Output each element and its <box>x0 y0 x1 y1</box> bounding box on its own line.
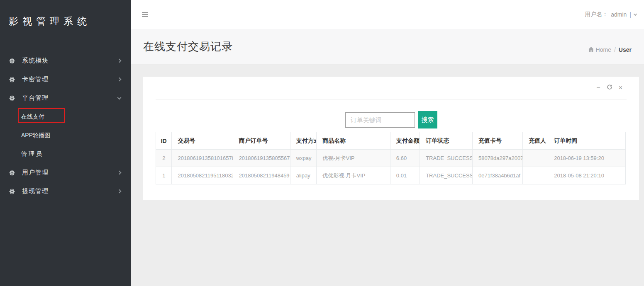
column-header-id: ID <box>156 132 172 150</box>
cell-order-time: 2018-06-19 13:59:20 <box>548 150 626 167</box>
user-divider: | <box>629 11 631 18</box>
column-header-pay-amount: 支付金额 <box>390 132 420 150</box>
cell-merchant-order-no: 20180619135805567 <box>233 150 290 167</box>
cell-transaction-no: 2018061913581016578 <box>172 150 233 167</box>
hamburger-menu-icon[interactable] <box>142 12 148 17</box>
sidebar-item-label: 卡密管理 <box>22 75 49 83</box>
sidebar-subitem-label: 管 理 员 <box>21 150 42 158</box>
cell-order-status: TRADE_SUCCESS <box>420 150 473 167</box>
content-area: − × 搜索 ID <box>131 65 644 286</box>
transactions-panel: − × 搜索 ID <box>143 77 639 200</box>
cell-id: 2 <box>156 150 172 167</box>
cell-pay-method: wxpay <box>290 150 316 167</box>
page-title: 在线支付交易记录 <box>143 39 233 54</box>
username-value: admin <box>611 11 627 18</box>
gear-icon <box>9 170 15 176</box>
cell-transaction-no: 2018050821195118032 <box>172 167 233 184</box>
table-header-row: ID 交易号 商户订单号 支付方式 商品名称 支付金额 订单状态 充值卡号 充值… <box>156 132 626 150</box>
refresh-icon[interactable] <box>607 84 612 91</box>
cell-recharge-card-no: 0e71f38a4b6d1af <box>472 167 522 184</box>
cell-order-time: 2018-05-08 21:20:10 <box>548 167 626 184</box>
sidebar: 影视管理系统 系统模块 卡密管理 平台管理 在线支付 <box>0 0 131 286</box>
chevron-right-icon <box>117 59 122 63</box>
column-header-order-time: 订单时间 <box>548 132 626 150</box>
cell-order-status: TRADE_SUCCESS <box>420 167 473 184</box>
transactions-table-wrap: ID 交易号 商户订单号 支付方式 商品名称 支付金额 订单状态 充值卡号 充值… <box>156 132 626 184</box>
cell-pay-method: alipay <box>290 167 316 184</box>
home-icon <box>588 46 594 53</box>
search-input[interactable] <box>345 112 415 128</box>
table-row[interactable]: 2 2018061913581016578 20180619135805567 … <box>156 150 626 167</box>
column-header-pay-method: 支付方式 <box>290 132 316 150</box>
chevron-down-icon <box>117 95 122 99</box>
sidebar-subitem-administrator[interactable]: 管 理 员 <box>0 145 131 163</box>
chevron-right-icon <box>117 189 122 194</box>
breadcrumb-home-link[interactable]: Home <box>588 46 611 53</box>
gear-icon <box>9 58 15 64</box>
sidebar-item-label: 提现管理 <box>22 187 49 195</box>
sidebar-item-user-management[interactable]: 用户管理 <box>0 163 131 182</box>
column-header-recharge-user: 充值人 <box>523 132 548 150</box>
chevron-right-icon <box>117 171 122 175</box>
sidebar-subitem-label: APP轮播图 <box>21 132 50 139</box>
search-button[interactable]: 搜索 <box>418 111 437 128</box>
breadcrumb-current: User <box>619 46 632 53</box>
sidebar-nav: 系统模块 卡密管理 平台管理 在线支付 APP轮播图 管 <box>0 51 131 201</box>
chevron-down-icon <box>634 12 637 15</box>
sidebar-item-platform[interactable]: 平台管理 <box>0 89 131 107</box>
breadcrumb-separator: / <box>614 46 616 53</box>
column-header-recharge-card-no: 充值卡号 <box>472 132 522 150</box>
topbar: 用户名： admin | <box>131 0 644 29</box>
cell-product-name: 优视-月卡VIP <box>317 150 390 167</box>
panel-tools: − × <box>596 84 622 91</box>
user-menu[interactable]: 用户名： admin | <box>585 11 637 18</box>
cell-recharge-card-no: 58078da297a2007 <box>472 150 522 167</box>
username-label: 用户名： <box>585 11 608 18</box>
search-bar: 搜索 <box>143 111 639 128</box>
cell-pay-amount: 0.01 <box>390 167 420 184</box>
breadcrumb: Home / User <box>588 46 632 53</box>
column-header-order-status: 订单状态 <box>420 132 473 150</box>
cell-product-name: 优优影视-月卡VIP <box>317 167 390 184</box>
column-header-merchant-order-no: 商户订单号 <box>233 132 290 150</box>
sidebar-item-label: 系统模块 <box>22 57 49 65</box>
chevron-right-icon <box>117 78 122 82</box>
sidebar-subitem-online-pay[interactable]: 在线支付 <box>0 107 131 126</box>
minimize-icon[interactable]: − <box>596 85 600 91</box>
gear-icon <box>9 189 15 194</box>
column-header-product-name: 商品名称 <box>317 132 390 150</box>
sidebar-item-card-key[interactable]: 卡密管理 <box>0 70 131 89</box>
sidebar-item-label: 平台管理 <box>22 94 49 102</box>
gear-icon <box>9 95 15 101</box>
cell-merchant-order-no: 20180508211948459 <box>233 167 290 184</box>
cell-id: 1 <box>156 167 172 184</box>
close-icon[interactable]: × <box>619 85 622 91</box>
app-logo: 影视管理系统 <box>0 0 131 28</box>
sidebar-subitem-label: 在线支付 <box>21 113 44 121</box>
main-area: 用户名： admin | 在线支付交易记录 Home / User − × <box>131 0 644 286</box>
table-row[interactable]: 1 2018050821195118032 20180508211948459 … <box>156 167 626 184</box>
sidebar-item-system-module[interactable]: 系统模块 <box>0 51 131 70</box>
cell-pay-amount: 6.60 <box>390 150 420 167</box>
panel-divider <box>156 99 627 100</box>
transactions-table: ID 交易号 商户订单号 支付方式 商品名称 支付金额 订单状态 充值卡号 充值… <box>156 132 626 184</box>
cell-recharge-user <box>523 150 548 167</box>
cell-recharge-user <box>523 167 548 184</box>
sidebar-item-withdrawal[interactable]: 提现管理 <box>0 182 131 201</box>
page-header: 在线支付交易记录 Home / User <box>131 29 644 65</box>
sidebar-subitem-app-carousel[interactable]: APP轮播图 <box>0 126 131 145</box>
column-header-transaction-no: 交易号 <box>172 132 233 150</box>
gear-icon <box>9 77 15 82</box>
sidebar-item-label: 用户管理 <box>22 169 49 177</box>
platform-submenu: 在线支付 APP轮播图 管 理 员 <box>0 107 131 163</box>
